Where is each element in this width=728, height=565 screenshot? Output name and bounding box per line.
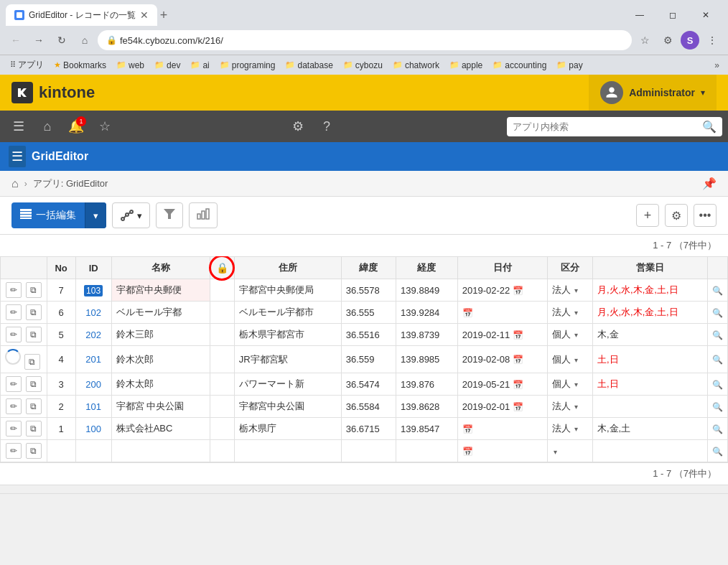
horizontal-scrollbar[interactable] xyxy=(0,485,728,493)
edit-row-button[interactable]: ✏ xyxy=(6,282,22,298)
date-picker-icon[interactable]: 📅 xyxy=(513,286,523,296)
row-search-icon[interactable]: 🔍 xyxy=(712,308,723,318)
row-id-value[interactable]: 102 xyxy=(85,307,101,318)
row-id-value[interactable]: 101 xyxy=(85,401,101,412)
row-date[interactable]: 2019-02-11 📅 xyxy=(457,324,547,346)
category-dropdown-icon[interactable]: ▾ xyxy=(554,448,557,456)
row-id-value[interactable]: 202 xyxy=(85,330,101,340)
active-tab[interactable]: GridEditor - レコードの一覧 ✕ xyxy=(6,4,157,26)
row-business-days[interactable]: 土,日 xyxy=(592,373,707,396)
bookmark-programing[interactable]: 📁 programing xyxy=(215,59,280,72)
row-category[interactable]: 個人 ▾ xyxy=(547,324,592,346)
row-category[interactable]: 個人 ▾ xyxy=(547,373,592,396)
copy-row-button[interactable]: ⧉ xyxy=(24,354,40,370)
category-dropdown-icon[interactable]: ▾ xyxy=(574,286,578,294)
copy-row-button[interactable]: ⧉ xyxy=(26,304,42,320)
row-date-empty[interactable]: 📅 xyxy=(457,440,547,462)
row-id-value[interactable]: 200 xyxy=(85,379,101,390)
filter-button[interactable] xyxy=(156,202,183,228)
row-lat-empty[interactable] xyxy=(341,440,396,462)
copy-row-button[interactable]: ⧉ xyxy=(26,398,42,414)
row-address-empty[interactable] xyxy=(234,440,341,462)
row-lng[interactable]: 139.8547 xyxy=(396,418,458,440)
row-address[interactable]: 栃木県庁 xyxy=(234,418,341,440)
row-business-days[interactable]: 月,火,水,木,金,土,日 xyxy=(592,302,707,324)
bookmark-ai[interactable]: 📁 ai xyxy=(186,59,213,72)
row-lat[interactable]: 36.6715 xyxy=(341,418,396,440)
row-lat[interactable]: 36.555 xyxy=(341,302,396,324)
row-business-days[interactable]: 月,火,水,木,金,土,日 xyxy=(592,279,707,302)
search-icon[interactable]: 🔍 xyxy=(702,120,717,134)
copy-row-button[interactable]: ⧉ xyxy=(26,282,42,298)
category-dropdown-icon[interactable]: ▾ xyxy=(574,356,578,364)
breadcrumb-home-icon[interactable]: ⌂ xyxy=(11,177,19,190)
extensions-button[interactable]: ⚙ xyxy=(658,30,678,50)
row-name[interactable]: 鈴木三郎 xyxy=(111,324,210,346)
bookmark-cybozu[interactable]: 📁 cybozu xyxy=(339,59,387,72)
row-date[interactable]: 2019-02-08 📅 xyxy=(457,346,547,373)
close-button[interactable]: ✕ xyxy=(689,4,722,26)
row-lng[interactable]: 139.8628 xyxy=(396,396,458,418)
tab-close-button[interactable]: ✕ xyxy=(140,10,149,20)
row-date[interactable]: 2019-05-21 📅 xyxy=(457,373,547,396)
chart-button[interactable] xyxy=(189,202,218,228)
row-address[interactable]: 宇都宮中央郵便局 xyxy=(234,279,341,302)
home-button[interactable]: ⌂ xyxy=(75,30,95,50)
row-search-icon[interactable]: 🔍 xyxy=(712,355,723,365)
add-record-button[interactable]: + xyxy=(636,204,659,227)
row-address[interactable]: 宇都宮中央公園 xyxy=(234,396,341,418)
row-id-value[interactable]: 201 xyxy=(85,354,101,365)
category-dropdown-icon[interactable]: ▾ xyxy=(574,309,578,317)
row-search-icon[interactable]: 🔍 xyxy=(712,380,723,390)
bookmark-accounting[interactable]: 📁 accounting xyxy=(488,59,551,72)
row-date[interactable]: 2019-02-01 📅 xyxy=(457,396,547,418)
copy-row-button[interactable]: ⧉ xyxy=(26,421,42,436)
row-lat[interactable]: 36.5578 xyxy=(341,279,396,302)
row-search-icon[interactable]: 🔍 xyxy=(712,286,723,296)
address-input[interactable]: 🔒 fe54k.cybozu.com/k/216/ xyxy=(98,30,632,50)
category-dropdown-icon[interactable]: ▾ xyxy=(574,380,578,388)
edit-row-button[interactable]: ✏ xyxy=(6,421,22,436)
bookmark-database[interactable]: 📁 database xyxy=(281,59,337,72)
category-dropdown-icon[interactable]: ▾ xyxy=(574,331,578,339)
bookmark-apps[interactable]: ⠿ アプリ xyxy=(6,57,48,73)
row-address[interactable]: JR宇都宮駅 xyxy=(234,346,341,373)
category-dropdown-icon[interactable]: ▾ xyxy=(574,403,578,411)
minimize-button[interactable]: — xyxy=(623,4,656,26)
copy-row-button[interactable]: ⧉ xyxy=(26,443,42,459)
row-search-icon[interactable]: 🔍 xyxy=(712,424,723,434)
bookmark-dev[interactable]: 📁 dev xyxy=(150,59,185,72)
settings-nav-button[interactable]: ⚙ xyxy=(285,113,311,139)
date-picker-icon[interactable]: 📅 xyxy=(462,424,473,434)
row-category-empty[interactable]: ▾ xyxy=(547,440,592,462)
menu-button[interactable]: ⋮ xyxy=(702,30,722,50)
date-picker-icon[interactable]: 📅 xyxy=(462,447,473,457)
row-search[interactable]: 🔍 xyxy=(708,396,728,418)
row-business-days[interactable]: 木,金 xyxy=(592,324,707,346)
maximize-button[interactable]: ◻ xyxy=(656,4,689,26)
edit-row-button[interactable]: ✏ xyxy=(6,376,22,392)
home-nav-button[interactable]: ⌂ xyxy=(34,113,60,139)
edit-row-button[interactable]: ✏ xyxy=(6,398,22,414)
row-search-icon[interactable]: 🔍 xyxy=(712,330,723,340)
row-address[interactable]: パワーマート新 xyxy=(234,373,341,396)
row-lng[interactable]: 139.8739 xyxy=(396,324,458,346)
bookmark-web[interactable]: 📁 web xyxy=(112,59,149,72)
row-search[interactable]: 🔍 xyxy=(708,373,728,396)
edit-row-button[interactable]: ✏ xyxy=(6,304,22,320)
bookmark-chatwork[interactable]: 📁 chatwork xyxy=(388,59,444,72)
row-id-value[interactable]: 100 xyxy=(85,424,101,434)
user-dropdown-icon[interactable]: ▾ xyxy=(701,88,705,98)
row-category[interactable]: 法人 ▾ xyxy=(547,302,592,324)
row-lng[interactable]: 139.8849 xyxy=(396,279,458,302)
row-lng[interactable]: 139.876 xyxy=(396,373,458,396)
bookmark-apple[interactable]: 📁 apple xyxy=(445,59,487,72)
new-tab-button[interactable]: + xyxy=(160,8,168,23)
row-category[interactable]: 法人 ▾ xyxy=(547,418,592,440)
row-lng-empty[interactable] xyxy=(396,440,458,462)
row-date[interactable]: 📅 xyxy=(457,418,547,440)
date-picker-icon[interactable]: 📅 xyxy=(513,355,523,365)
copy-row-button[interactable]: ⧉ xyxy=(26,376,42,392)
row-search-empty[interactable]: 🔍 xyxy=(708,440,728,462)
bookmark-star-button[interactable]: ☆ xyxy=(635,30,655,50)
